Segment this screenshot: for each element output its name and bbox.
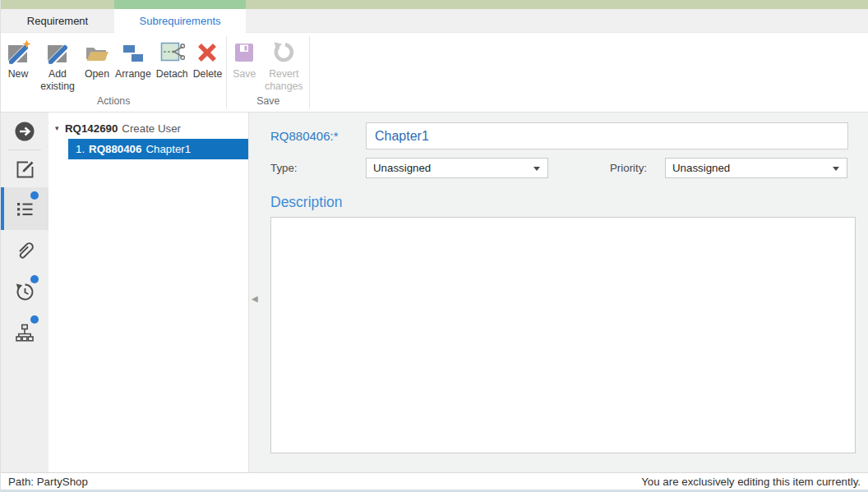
description-heading: Description <box>270 194 856 211</box>
group-label-save: Save <box>229 95 307 112</box>
priority-label: Priority: <box>610 162 665 174</box>
revert-changes-icon <box>270 39 297 66</box>
active-tab-accent <box>114 0 246 9</box>
tree-expander-icon[interactable]: ▾ <box>55 124 65 132</box>
open-button-label: Open <box>85 68 109 80</box>
top-accent-bar <box>1 0 868 9</box>
edit-icon <box>13 158 36 181</box>
toolbar-group-separator <box>226 36 227 108</box>
delete-icon <box>194 39 220 66</box>
sidebar-item-history[interactable] <box>1 271 48 311</box>
sidebar-item-navigate[interactable] <box>1 113 48 149</box>
priority-dropdown[interactable]: Unassigned <box>665 158 847 178</box>
list-icon <box>13 197 36 220</box>
delete-button-label: Delete <box>193 68 223 80</box>
sidebar-item-hierarchy[interactable] <box>1 311 48 354</box>
chevron-down-icon <box>833 167 839 171</box>
sidebar-item-edit[interactable] <box>1 150 48 187</box>
description-textarea[interactable] <box>270 217 856 453</box>
status-editing-notice: You are exclusively editing this item cu… <box>641 476 861 488</box>
group-label-actions: Actions <box>2 95 224 112</box>
subrequirements-tree: ▾ RQ142690 Create User 1. RQ880406 Chapt… <box>48 113 249 472</box>
open-folder-icon <box>84 39 110 66</box>
tree-item-title: Chapter1 <box>145 143 191 155</box>
tree-row-child-selected[interactable]: 1. RQ880406 Chapter1 <box>68 139 248 159</box>
requirements-editor-window: Requirement Subrequirements New <box>0 0 868 492</box>
collapse-panel-icon[interactable]: ◀ <box>252 294 258 303</box>
delete-button[interactable]: Delete <box>191 38 225 82</box>
sidebar-item-subrequirements[interactable] <box>1 187 48 230</box>
new-requirement-icon <box>5 39 31 66</box>
tree-item-index: 1. <box>76 143 85 155</box>
hierarchy-icon <box>13 321 36 344</box>
notification-badge <box>30 315 39 324</box>
toolbar-group-save: Save Revert changes Save <box>229 33 307 112</box>
priority-dropdown-value: Unassigned <box>672 162 730 174</box>
notification-badge <box>30 275 39 283</box>
save-icon <box>231 39 257 66</box>
arrange-icon <box>120 39 146 66</box>
type-label: Type: <box>270 162 366 174</box>
tree-item-id: RQ142690 <box>65 122 118 135</box>
sidebar-item-attachments[interactable] <box>1 230 48 271</box>
revert-changes-button[interactable]: Revert changes <box>260 38 307 94</box>
ribbon-tabs: Requirement Subrequirements <box>1 9 868 33</box>
new-button-label: New <box>8 68 29 80</box>
detach-icon <box>159 39 185 66</box>
main-content: ▾ RQ142690 Create User 1. RQ880406 Chapt… <box>1 113 868 472</box>
save-button-label: Save <box>233 68 256 80</box>
requirement-id-label: RQ880406:* <box>270 129 366 143</box>
tab-subrequirements[interactable]: Subrequirements <box>114 9 246 33</box>
detach-button-label: Detach <box>156 68 188 80</box>
tree-item-title: Create User <box>122 122 181 135</box>
go-arrow-icon <box>13 120 36 143</box>
chevron-down-icon <box>533 167 540 171</box>
status-path: Path: PartyShop <box>8 476 88 488</box>
type-dropdown[interactable]: Unassigned <box>366 158 548 178</box>
notification-badge <box>30 191 39 200</box>
status-bar: Path: PartyShop You are exclusively edit… <box>1 472 868 492</box>
detach-button[interactable]: Detach <box>154 38 191 82</box>
save-button[interactable]: Save <box>229 38 260 82</box>
new-button[interactable]: New <box>2 38 34 82</box>
left-icon-sidebar <box>1 113 48 472</box>
attachment-icon <box>13 239 36 262</box>
tab-requirement[interactable]: Requirement <box>1 9 114 32</box>
requirement-detail-form: ◀ RQ880406:* Type: Unassigned Priority: … <box>249 113 868 472</box>
ribbon-toolbar: New Add existing Open <box>1 33 868 113</box>
arrange-button-label: Arrange <box>115 68 151 80</box>
open-button[interactable]: Open <box>81 38 113 82</box>
add-existing-icon <box>44 39 71 66</box>
revert-changes-button-label: Revert changes <box>262 68 305 93</box>
add-existing-button-label: Add existing <box>36 68 79 93</box>
toolbar-group-separator <box>309 36 310 108</box>
add-existing-button[interactable]: Add existing <box>34 38 81 94</box>
arrange-button[interactable]: Arrange <box>113 38 154 82</box>
tree-item-id: RQ880406 <box>89 143 141 155</box>
toolbar-group-actions: New Add existing Open <box>2 33 224 112</box>
type-dropdown-value: Unassigned <box>373 162 431 174</box>
tree-row-parent[interactable]: ▾ RQ142690 Create User <box>48 118 248 138</box>
title-input[interactable] <box>366 122 848 149</box>
